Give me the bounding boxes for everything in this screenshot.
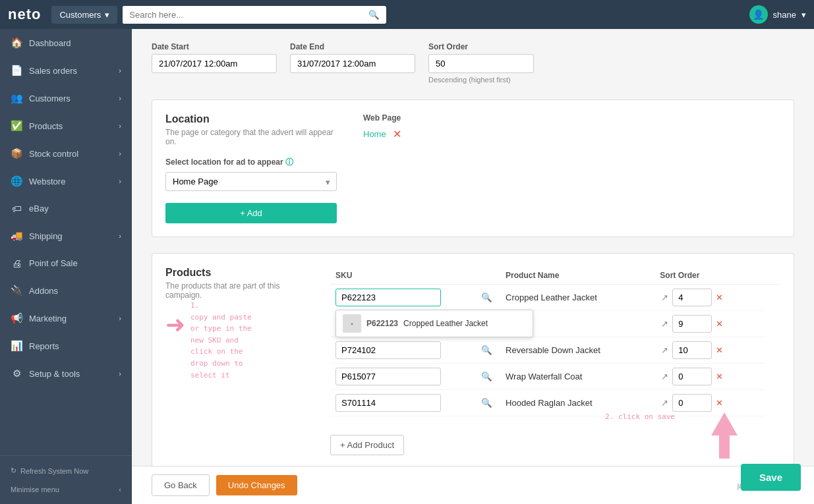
date-start-input[interactable] [152,54,277,73]
setup-icon: ⚙ [11,368,22,379]
chevron-right-icon: › [119,232,121,240]
minimise-menu[interactable]: Minimise menu ‹ [0,480,132,499]
dashboard-icon: 🏠 [11,37,22,49]
open-product-button-3[interactable]: ↗ [661,372,668,381]
sort-input-3[interactable] [672,368,712,385]
shipping-icon: 🚚 [11,230,22,242]
avatar: 👤 [749,5,768,24]
remove-product-button-3[interactable]: ✕ [716,372,723,381]
sku-input-3[interactable] [335,368,441,385]
undo-changes-button[interactable]: Undo Changes [216,475,297,495]
sidebar-item-stock-control[interactable]: 📦 Stock control › [0,140,132,167]
sidebar-item-marketing[interactable]: 📢 Marketing › [0,304,132,332]
col-product-name: Product Name [500,267,654,285]
search-input[interactable] [123,6,362,24]
sidebar-item-reports[interactable]: 📊 Reports [0,332,132,360]
search-button[interactable]: 🔍 [362,6,386,24]
nav-customers-dropdown[interactable]: Customers ▾ [51,6,117,24]
remove-product-button-4[interactable]: ✕ [716,398,723,408]
open-product-button-1[interactable]: ↗ [661,319,668,329]
sidebar-item-customers[interactable]: 👥 Customers › [0,84,132,112]
sidebar-item-label: Shipping [29,231,63,241]
homepage-link[interactable]: Home [363,129,386,139]
sku-input-2[interactable] [335,341,441,359]
sku-input-0[interactable] [335,289,441,306]
product-name-cell-2: Reversable Down Jacket [500,337,654,364]
products-description: The products that are part of this campa… [165,281,310,300]
sidebar-item-label: eBay [29,204,49,213]
remove-product-button-0[interactable]: ✕ [716,293,723,302]
sort-order-group: Sort Order Descending (highest first) [428,42,534,84]
sort-order-label: Sort Order [428,42,534,51]
sku-search-button-0[interactable]: 🔍 [481,293,492,302]
open-product-button-0[interactable]: ↗ [661,293,668,302]
logo-text: neto [8,6,41,23]
ebay-icon: 🏷 [11,203,22,214]
stock-icon: 📦 [11,148,22,159]
sku-dropdown-suggestion[interactable]: ▪ P622123 Cropped Leather Jacket [335,310,533,337]
date-row: Date Start Date End Sort Order Descendin… [152,42,794,84]
sku-input-4[interactable] [335,394,441,412]
add-product-button[interactable]: + Add Product [330,435,404,455]
date-start-group: Date Start [152,42,277,73]
bottom-bar: Go Back Undo Changes javascript:void(0); [132,466,814,504]
date-end-input[interactable] [290,54,415,73]
sidebar-item-sales-orders[interactable]: 📄 Sales orders › [0,57,132,84]
sidebar-item-label: Marketing [29,314,67,323]
sku-search-button-4[interactable]: 🔍 [481,398,492,408]
product-thumbnail: ▪ [343,314,361,333]
annotation-step2-text: 2. click on save [605,412,675,421]
sidebar-item-ebay[interactable]: 🏷 eBay [0,195,132,222]
open-product-button-4[interactable]: ↗ [661,398,668,408]
date-end-label: Date End [290,42,415,51]
pos-icon: 🖨 [11,258,22,269]
sku-input-wrap-3: 🔍 [335,368,495,385]
sidebar-item-products[interactable]: ✅ Products › [0,112,132,140]
save-button[interactable]: Save [741,464,801,491]
location-section: Location The page or category that the a… [152,99,794,237]
sidebar-item-addons[interactable]: 🔌 Addons [0,277,132,304]
refresh-system-link[interactable]: ↻ Refresh System Now [0,461,132,480]
table-row: 🔍 Reversable Down Jacket ↗ ✕ [330,337,780,364]
chevron-right-icon: › [119,94,121,102]
svg-marker-0 [711,412,738,459]
add-location-button[interactable]: + Add [165,203,337,223]
products-icon: ✅ [11,120,22,132]
remove-product-button-1[interactable]: ✕ [716,319,723,329]
user-menu[interactable]: 👤 shane ▾ [749,5,806,24]
open-product-button-2[interactable]: ↗ [661,345,668,355]
sort-order-input[interactable] [428,54,534,73]
sidebar-item-label: Stock control [29,149,78,159]
product-name-cell-3: Wrap Waterfall Coat [500,364,654,390]
sort-input-2[interactable] [672,341,712,359]
go-back-button[interactable]: Go Back [152,474,210,496]
refresh-label: Refresh System Now [20,467,88,475]
sort-input-1[interactable] [672,315,712,333]
sidebar-item-label: Addons [29,286,58,296]
sku-search-button-2[interactable]: 🔍 [481,345,492,355]
sku-search-button-3[interactable]: 🔍 [481,372,492,381]
user-name: shane [773,10,796,20]
remove-webpage-button[interactable]: ✕ [393,128,401,140]
sidebar-item-dashboard[interactable]: 🏠 Dashboard [0,29,132,57]
sidebar: 🏠 Dashboard 📄 Sales orders › 👥 Customers… [0,29,132,504]
sidebar-item-point-of-sale[interactable]: 🖨 Point of Sale [0,250,132,277]
suggestion-name: Cropped Leather Jacket [403,319,488,328]
sidebar-item-shipping[interactable]: 🚚 Shipping › [0,222,132,250]
sidebar-item-label: Webstore [29,177,65,186]
location-select[interactable]: Home Page [165,172,337,191]
main-content: Date Start Date End Sort Order Descendin… [132,29,814,466]
webpage-row: Home ✕ [363,128,780,140]
minimise-label: Minimise menu [11,486,59,493]
sort-input-4[interactable] [672,394,712,412]
remove-product-button-2[interactable]: ✕ [716,345,723,355]
refresh-icon: ↻ [11,466,16,475]
sidebar-item-label: Products [29,121,63,131]
sidebar-item-setup-tools[interactable]: ⚙ Setup & tools › [0,360,132,387]
logo: neto [8,6,41,23]
sidebar-item-webstore[interactable]: 🌐 Webstore › [0,167,132,195]
table-row: 🔍 ▪ P622123 Cropped Leather Jacket [330,285,780,311]
sort-input-0[interactable] [672,289,712,306]
products-section: Products The products that are part of t… [152,253,794,466]
products-table: SKU Product Name Sort Order [330,267,780,416]
